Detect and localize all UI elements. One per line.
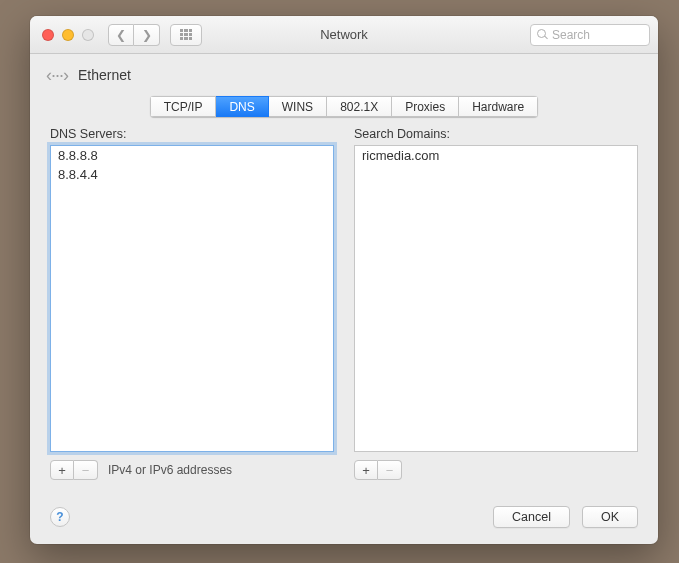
tab-8021x[interactable]: 802.1X	[327, 96, 392, 117]
search-icon	[537, 29, 548, 40]
tab-tcpip[interactable]: TCP/IP	[150, 96, 217, 117]
chevron-right-icon: ❯	[142, 28, 152, 42]
tabs-segmented: TCP/IP DNS WINS 802.1X Proxies Hardware	[150, 96, 538, 117]
tab-bar: TCP/IP DNS WINS 802.1X Proxies Hardware	[30, 96, 658, 127]
grid-icon	[180, 29, 192, 41]
breadcrumb: ‹···› Ethernet	[30, 54, 658, 96]
nav-buttons: ❮ ❯	[108, 24, 160, 46]
list-item[interactable]: 8.8.4.4	[51, 165, 333, 184]
tab-proxies[interactable]: Proxies	[392, 96, 459, 117]
footer: ? Cancel OK	[30, 496, 658, 544]
network-prefs-window: ❮ ❯ Network Search ‹···› Ethernet TCP/IP…	[30, 16, 658, 544]
dns-servers-list[interactable]: 8.8.8.8 8.8.4.4	[50, 145, 334, 452]
help-button[interactable]: ?	[50, 507, 70, 527]
zoom-window-button[interactable]	[82, 29, 94, 41]
dns-hint: IPv4 or IPv6 addresses	[108, 463, 232, 477]
interface-name: Ethernet	[78, 67, 131, 83]
show-all-button[interactable]	[170, 24, 202, 46]
chevron-left-icon: ❮	[116, 28, 126, 42]
domain-remove-button[interactable]: −	[378, 460, 402, 480]
dns-add-button[interactable]: +	[50, 460, 74, 480]
search-domains-actions: + −	[354, 458, 638, 482]
list-item[interactable]: 8.8.8.8	[51, 146, 333, 165]
help-icon: ?	[56, 510, 63, 524]
cancel-button[interactable]: Cancel	[493, 506, 570, 528]
tab-wins[interactable]: WINS	[269, 96, 327, 117]
search-domains-column: Search Domains: ricmedia.com + −	[354, 127, 638, 482]
back-button[interactable]: ❮	[108, 24, 134, 46]
ethernet-icon: ‹···›	[46, 65, 68, 86]
dns-servers-actions: + − IPv4 or IPv6 addresses	[50, 458, 334, 482]
ok-button[interactable]: OK	[582, 506, 638, 528]
minimize-window-button[interactable]	[62, 29, 74, 41]
search-domains-label: Search Domains:	[354, 127, 638, 141]
search-input[interactable]: Search	[530, 24, 650, 46]
tab-dns[interactable]: DNS	[216, 96, 268, 117]
tab-hardware[interactable]: Hardware	[459, 96, 538, 117]
search-domains-list[interactable]: ricmedia.com	[354, 145, 638, 452]
forward-button[interactable]: ❯	[134, 24, 160, 46]
search-placeholder: Search	[552, 28, 590, 42]
titlebar: ❮ ❯ Network Search	[30, 16, 658, 54]
close-window-button[interactable]	[42, 29, 54, 41]
main-content: DNS Servers: 8.8.8.8 8.8.4.4 + − IPv4 or…	[30, 127, 658, 496]
dns-remove-button[interactable]: −	[74, 460, 98, 480]
dns-servers-column: DNS Servers: 8.8.8.8 8.8.4.4 + − IPv4 or…	[50, 127, 334, 482]
traffic-lights	[42, 29, 94, 41]
list-item[interactable]: ricmedia.com	[355, 146, 637, 165]
domain-add-button[interactable]: +	[354, 460, 378, 480]
dns-servers-label: DNS Servers:	[50, 127, 334, 141]
